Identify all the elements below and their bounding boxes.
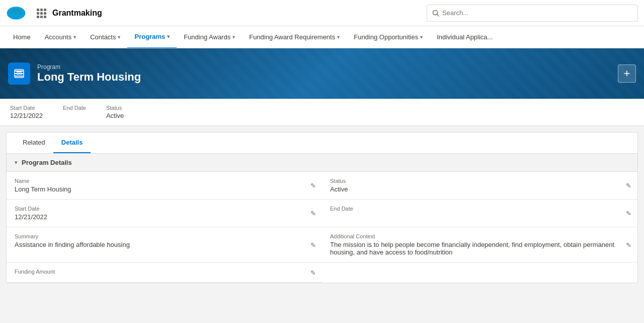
programs-chevron-icon: ▾ <box>167 34 170 39</box>
fo-chevron-icon: ▾ <box>420 34 423 40</box>
top-navigation: Grantmaking <box>0 0 644 26</box>
field-additional-context-edit-icon[interactable]: ✎ <box>626 241 631 248</box>
field-funding-amount: Funding Amount ✎ <box>7 263 322 283</box>
start-date-value: 12/21/2022 <box>10 112 43 119</box>
field-name-edit-icon[interactable]: ✎ <box>310 182 316 189</box>
record-info-bar: Start Date 12/21/2022 End Date Status Ac… <box>0 99 644 126</box>
funding-awards-chevron-icon: ▾ <box>232 34 235 40</box>
field-summary: Summary Assistance in finding affordable… <box>7 227 322 263</box>
tab-details[interactable]: Details <box>53 133 91 153</box>
field-additional-context-value: The mission is to help people become fin… <box>330 241 629 256</box>
record-tabs: Related Details <box>7 133 637 154</box>
field-status: Status Active ✎ <box>322 172 637 200</box>
nav-item-individual-applica[interactable]: Individual Applica... <box>430 26 500 48</box>
svg-rect-6 <box>40 12 43 15</box>
program-object-icon <box>8 62 30 85</box>
app-name: Grantmaking <box>52 9 102 18</box>
svg-rect-10 <box>44 16 46 18</box>
banner-plus-button[interactable]: + <box>618 64 636 83</box>
field-start-date-label: Start Date <box>15 206 314 212</box>
field-start-date-edit-icon[interactable]: ✎ <box>310 210 316 217</box>
record-banner: Program Long Term Housing + <box>0 48 644 99</box>
nav-item-funding-awards[interactable]: Funding Awards ▾ <box>177 26 242 48</box>
contacts-chevron-icon: ▾ <box>118 34 120 40</box>
field-funding-amount-label: Funding Amount <box>15 269 314 275</box>
nav-item-home[interactable]: Home <box>6 26 38 48</box>
search-bar <box>427 5 638 22</box>
field-end-date: End Date ✎ <box>322 200 637 227</box>
tab-related[interactable]: Related <box>15 133 53 153</box>
field-start-date-value: 12/21/2022 <box>15 213 314 221</box>
field-name-label: Name <box>15 178 314 184</box>
field-summary-label: Summary <box>15 233 314 239</box>
field-status-label: Status <box>330 178 629 184</box>
salesforce-logo <box>6 6 26 20</box>
field-status-edit-icon[interactable]: ✎ <box>626 182 631 189</box>
svg-rect-4 <box>44 9 46 11</box>
nav-item-funding-award-requirements[interactable]: Funding Award Requirements ▾ <box>242 26 347 48</box>
svg-line-12 <box>437 14 439 16</box>
svg-rect-2 <box>37 9 39 11</box>
field-additional-context-label: Additional Context <box>330 233 629 239</box>
field-status-value: Active <box>330 185 629 193</box>
field-additional-context: Additional Context The mission is to hel… <box>322 227 637 263</box>
svg-rect-9 <box>40 16 43 18</box>
section-collapse-icon[interactable]: ▾ <box>15 159 18 166</box>
far-chevron-icon: ▾ <box>337 34 340 40</box>
field-name: Name Long Term Housing ✎ <box>7 172 322 200</box>
section-title: Program Details <box>22 159 72 166</box>
app-launcher-button[interactable] <box>34 6 48 20</box>
nav-item-programs[interactable]: Programs ▾ <box>127 26 177 48</box>
field-end-date-edit-icon[interactable]: ✎ <box>626 210 631 217</box>
status-label: Status <box>106 105 124 111</box>
end-date-label: End Date <box>63 105 86 111</box>
fields-grid: Name Long Term Housing ✎ Status Active ✎… <box>7 172 637 283</box>
accounts-chevron-icon: ▾ <box>73 34 76 40</box>
field-funding-amount-edit-icon[interactable]: ✎ <box>310 269 316 276</box>
field-summary-edit-icon[interactable]: ✎ <box>310 241 316 248</box>
banner-object-label: Program <box>37 63 141 71</box>
field-name-value: Long Term Housing <box>15 185 314 193</box>
svg-rect-7 <box>44 12 46 15</box>
section-header: ▾ Program Details <box>7 154 637 172</box>
nav-menu: Home Accounts ▾ Contacts ▾ Programs ▾ Fu… <box>0 26 644 48</box>
svg-rect-3 <box>40 9 43 11</box>
start-date-label: Start Date <box>10 105 43 111</box>
search-input[interactable] <box>442 9 632 17</box>
main-content: Related Details ▾ Program Details Name L… <box>6 132 638 283</box>
banner-text: Program Long Term Housing <box>37 63 141 84</box>
end-date-field: End Date <box>63 105 86 119</box>
banner-record-title: Long Term Housing <box>37 71 141 84</box>
status-field: Status Active <box>106 105 124 119</box>
field-end-date-label: End Date <box>330 206 629 212</box>
banner-content: Program Long Term Housing + <box>8 62 636 85</box>
svg-rect-8 <box>37 16 39 18</box>
search-icon <box>432 10 439 17</box>
nav-item-accounts[interactable]: Accounts ▾ <box>38 26 83 48</box>
start-date-field: Start Date 12/21/2022 <box>10 105 43 119</box>
nav-item-contacts[interactable]: Contacts ▾ <box>83 26 127 48</box>
nav-item-funding-opportunities[interactable]: Funding Opportunities ▾ <box>347 26 430 48</box>
field-summary-value: Assistance in finding affordable housing <box>15 241 314 248</box>
field-start-date: Start Date 12/21/2022 ✎ <box>7 200 322 227</box>
program-details-section: ▾ Program Details Name Long Term Housing… <box>7 154 637 283</box>
svg-rect-5 <box>37 12 39 15</box>
status-value: Active <box>106 112 124 119</box>
